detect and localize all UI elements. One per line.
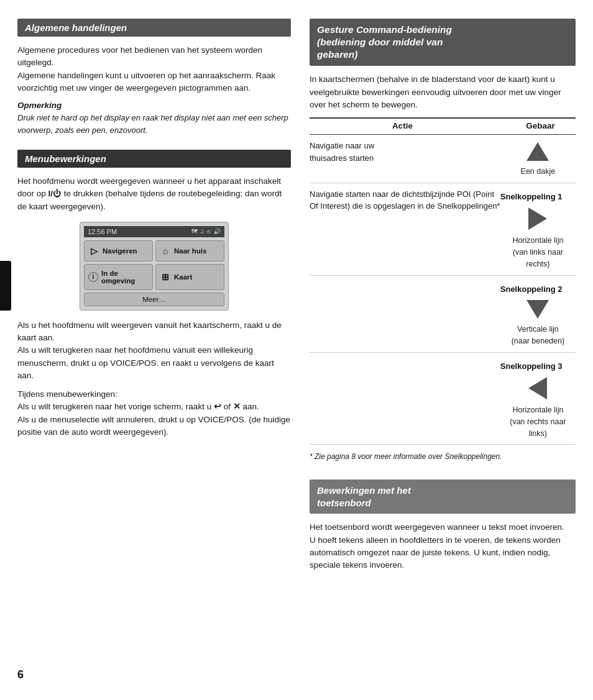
table-header-actie: Actie <box>310 118 500 135</box>
arrow-left-icon <box>528 377 547 399</box>
keyboard-para1: Het toetsenbord wordt weergegeven wannee… <box>310 521 576 571</box>
section2-para2: Als u het hoofdmenu wilt weergeven vanui… <box>17 319 291 382</box>
gesture-intro: In kaartschermen (behalve in de bladerst… <box>310 73 576 111</box>
arrow-down-container <box>500 298 576 321</box>
menu-btn-naarhuis[interactable]: ⌂ Naar huis <box>155 240 224 261</box>
snelkoppeling-3-label: Snelkoppeling 3 <box>500 360 576 373</box>
note-text: Druk niet te hard op het display en raak… <box>17 112 291 136</box>
snelkoppeling-1-label: Snelkoppeling 1 <box>500 191 576 203</box>
gesture-row-4: Snelkoppeling 3 Horizontale lijn(van rec… <box>310 352 576 445</box>
icon-bt: ⎋ <box>207 228 211 235</box>
section1-para1: Algemene procedures voor het bedienen va… <box>17 44 291 94</box>
gesture-label-2: Horizontale lijn(van links naar rechts) <box>500 235 576 270</box>
gesture-action-4 <box>310 352 500 445</box>
menu-btn-kaart[interactable]: ⊞ Kaart <box>155 264 224 290</box>
gesture-action-3 <box>310 275 500 352</box>
menu-mockup: 12:56 PM 🗺 ♫ ⎋ 🔊 ▷ Navigeren ⌂ Naar huis <box>80 222 229 311</box>
page-number: 6 <box>17 668 24 681</box>
kaart-icon: ⊞ <box>160 272 171 282</box>
table-header-gebaar: Gebaar <box>500 118 576 135</box>
menu-topbar-icons: 🗺 ♫ ⎋ 🔊 <box>191 228 221 235</box>
gesture-action-2: Navigatie starten naar de dichtstbijzijn… <box>310 183 500 275</box>
gesture-visual-1: Een dakje <box>500 135 576 183</box>
menu-btn-omgeving[interactable]: i In deomgeving <box>84 264 153 290</box>
menu-topbar: 12:56 PM 🗺 ♫ ⎋ 🔊 <box>84 226 224 237</box>
section2-para3: Tijdens menubewerkingen: Als u wilt teru… <box>17 388 291 439</box>
section2-header: Menubewerkingen <box>17 150 291 168</box>
gesture-table: Actie Gebaar Navigatie naar uwthuisadres… <box>310 117 576 445</box>
icon-nav: 🗺 <box>191 228 198 235</box>
gesture-label-3: Verticale lijn(naar beneden) <box>500 324 576 347</box>
gesture-visual-4: Snelkoppeling 3 Horizontale lijn(van rec… <box>500 352 576 445</box>
icon-vol: 🔊 <box>213 228 221 235</box>
snelkoppeling-2-label: Snelkoppeling 2 <box>500 283 576 296</box>
menu-btn-kaart-label: Kaart <box>174 273 192 281</box>
left-column: Algemene handelingen Algemene procedures… <box>17 19 291 681</box>
naarhuis-icon: ⌂ <box>160 246 171 256</box>
gesture-label-1: Een dakje <box>500 166 576 178</box>
gesture-visual-3: Snelkoppeling 2 Verticale lijn(naar bene… <box>500 275 576 352</box>
section1-header: Algemene handelingen <box>17 19 291 37</box>
menu-btn-naarhuis-label: Naar huis <box>174 247 206 255</box>
omgeving-icon: i <box>88 272 98 282</box>
gesture-row-3: Snelkoppeling 2 Verticale lijn(naar bene… <box>310 275 576 352</box>
arrow-up-icon <box>526 142 549 161</box>
arrow-left-container <box>500 375 576 402</box>
menu-btn-omgeving-label: In deomgeving <box>101 270 135 284</box>
arrow-down-icon <box>526 300 549 319</box>
gesture-row-2: Navigatie starten naar de dichtstbijzijn… <box>310 183 576 275</box>
gesture-row-1: Navigatie naar uwthuisadres starten Een … <box>310 135 576 183</box>
icon-media: ♫ <box>200 228 205 235</box>
menu-btn-navigeren[interactable]: ▷ Navigeren <box>84 240 153 261</box>
arrow-up-container <box>500 142 576 163</box>
menu-grid: ▷ Navigeren ⌂ Naar huis i In deomgeving … <box>84 240 224 290</box>
menu-time: 12:56 PM <box>88 228 117 235</box>
gesture-section-header: Gesture Command-bediening(bediening door… <box>310 19 576 66</box>
menu-more-btn[interactable]: Meer… <box>84 293 224 306</box>
gesture-label-4: Horizontale lijn(van rechts naar links) <box>500 404 576 439</box>
menu-btn-navigeren-label: Navigeren <box>103 247 137 255</box>
left-bar <box>0 261 11 311</box>
gesture-visual-2: Snelkoppeling 1 Horizontale lijn(van lin… <box>500 183 576 275</box>
keyboard-section-header: Bewerkingen met hettoetsenbord <box>310 480 576 514</box>
right-column: Gesture Command-bediening(bediening door… <box>310 19 576 681</box>
gesture-footnote: * Zie pagina 8 voor meer informatie over… <box>310 451 576 462</box>
note-label: Opmerking <box>17 101 291 110</box>
gesture-action-1: Navigatie naar uwthuisadres starten <box>310 135 500 183</box>
arrow-right-icon <box>528 207 547 230</box>
section2-para1: Het hoofdmenu wordt weergegeven wanneer … <box>17 175 291 213</box>
arrow-right-container <box>500 205 576 232</box>
navigeren-icon: ▷ <box>88 246 99 256</box>
